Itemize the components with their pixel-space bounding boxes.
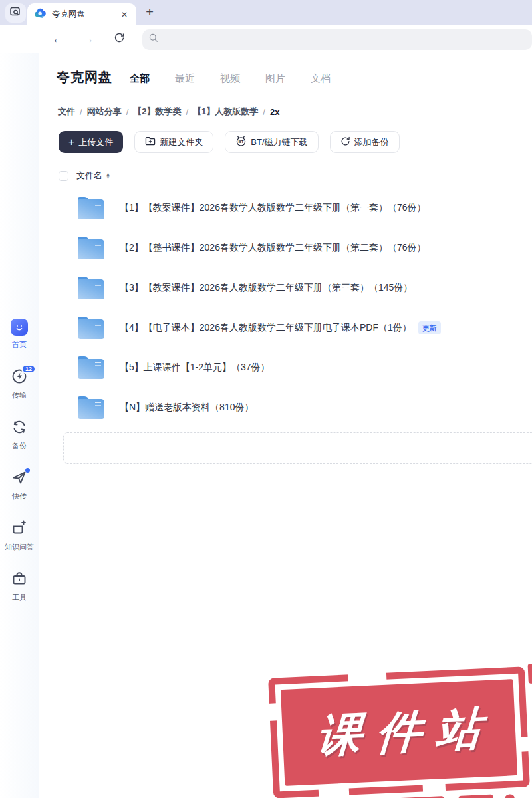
sync-icon [340,136,350,148]
breadcrumb-item[interactable]: 文件 [58,106,75,118]
sidebar-label: 知识问答 [5,542,34,552]
button-label: BT/磁力链下载 [251,136,307,148]
tab-all[interactable]: 全部 [130,72,150,85]
folder-row[interactable]: 【2】【整书课件】2026春数学人教版数学二年级下册（第二套）（76份） [0,228,532,268]
action-bar: + 上传文件 新建文件夹 BT BT/磁力链下载 [59,131,400,153]
sidebar-item-knowledge-qa[interactable]: 知识问答 [5,520,34,552]
tab-video[interactable]: 视频 [220,72,240,85]
new-folder-button[interactable]: 新建文件夹 [134,131,213,153]
search-icon [148,33,159,46]
column-header-filename[interactable]: 文件名 [76,170,102,182]
sidebar-label: 快传 [12,491,27,501]
tab-title: 夸克网盘 [52,9,114,20]
file-list: 【1】【教案课件】2026春数学人教版数学二年级下册（第一套）（76份） 【2】… [0,188,532,428]
folder-name: 【1】【教案课件】2026春数学人教版数学二年级下册（第一套）（76份） [120,202,426,214]
stamp-text: 课件站 [300,698,497,767]
breadcrumb-separator: / [126,107,129,117]
breadcrumb-current: 2x [270,107,279,117]
view-tabs: 全部 最近 视频 图片 文档 [130,72,331,85]
folder-icon [78,317,104,339]
breadcrumb-item[interactable]: 【2】数学类 [133,106,181,118]
list-header: 文件名 ▲ ▼ [59,170,110,182]
add-backup-button[interactable]: 添加备份 [330,131,400,153]
folder-name: 【4】【电子课本】2026春人教版数学二年级下册电子课本PDF（1份） [120,322,412,334]
sidebar-label: 备份 [12,441,27,451]
forward-button[interactable]: → [81,33,96,46]
button-label: 新建文件夹 [160,136,203,148]
tab-search-button[interactable] [5,3,26,23]
page-title: 夸克网盘 [57,68,112,86]
update-badge: 更新 [418,321,441,334]
browser-toolbar: ← → [0,25,532,53]
breadcrumb-separator: / [80,107,82,117]
collect-box-icon [11,519,28,539]
folder-row[interactable]: 【3】【教案课件】2026春人教版数学二年级下册（第三套）（145份） [0,268,532,308]
folder-row[interactable]: 【4】【电子课本】2026春人教版数学二年级下册电子课本PDF（1份） 更新 [0,308,532,348]
folder-icon [78,237,104,259]
folder-name: 【5】上课课件【1-2单元】（37份） [120,362,270,374]
button-label: 添加备份 [354,136,389,148]
folder-name: 【2】【整书课件】2026春数学人教版数学二年级下册（第二套）（76份） [120,242,426,254]
folder-row[interactable]: 【N】赠送老版本资料（810份） [0,388,532,428]
button-label: 上传文件 [78,136,113,148]
back-button[interactable]: ← [51,33,65,46]
window-search-icon [10,7,21,19]
breadcrumb: 文件 / 网站分享 / 【2】数学类 / 【1】人教版数学 / 2x [58,106,279,118]
tab-document[interactable]: 文档 [311,72,331,85]
tab-close-icon[interactable]: ✕ [119,9,130,21]
breadcrumb-item[interactable]: 【1】人教版数学 [193,106,258,118]
folder-icon [78,277,104,299]
folder-icon [78,396,104,419]
sort-icon[interactable]: ▲ ▼ [106,172,110,179]
tab-image[interactable]: 图片 [265,72,285,85]
bt-magnet-download-button[interactable]: BT BT/磁力链下载 [225,131,318,153]
refresh-button[interactable] [112,32,126,47]
quark-drive-window: 夸克网盘 ✕ + ← → [0,0,532,798]
browser-tab-bar: 夸克网盘 ✕ + [0,0,532,25]
sidebar-item-tools[interactable]: 工具 [10,571,29,602]
browser-tab[interactable]: 夸克网盘 ✕ [27,3,136,25]
sidebar-item-quick-send[interactable]: 快传 [10,469,29,501]
bt-icon: BT [235,136,247,148]
folder-name: 【3】【教案课件】2026春人教版数学二年级下册（第三套）（145份） [120,282,412,294]
folder-row[interactable]: 【1】【教案课件】2026春数学人教版数学二年级下册（第一套）（76份） [0,188,532,228]
folder-name: 【N】赠送老版本资料（810份） [120,402,253,414]
plus-icon: + [68,137,74,148]
upload-dropzone[interactable] [63,432,532,464]
browser-search-input[interactable] [163,29,526,50]
tab-recent[interactable]: 最近 [175,72,195,85]
folder-plus-icon [145,136,156,148]
select-all-checkbox[interactable] [59,171,68,181]
toolbox-icon [11,570,28,590]
breadcrumb-separator: / [263,107,265,117]
sidebar-label: 工具 [12,593,27,602]
notification-dot [25,468,30,473]
breadcrumb-separator: / [186,107,188,117]
browser-search-bar[interactable] [142,29,532,50]
folder-row[interactable]: 【5】上课课件【1-2单元】（37份） [0,348,532,388]
new-tab-button[interactable]: + [140,3,159,21]
folder-icon [78,197,104,219]
courseware-stamp-watermark: 课件站 [268,666,530,798]
breadcrumb-item[interactable]: 网站分享 [87,106,122,118]
quark-logo-icon [34,7,47,21]
folder-icon [78,356,104,379]
upload-file-button[interactable]: + 上传文件 [59,131,123,153]
bt-icon-text: BT [239,139,244,144]
